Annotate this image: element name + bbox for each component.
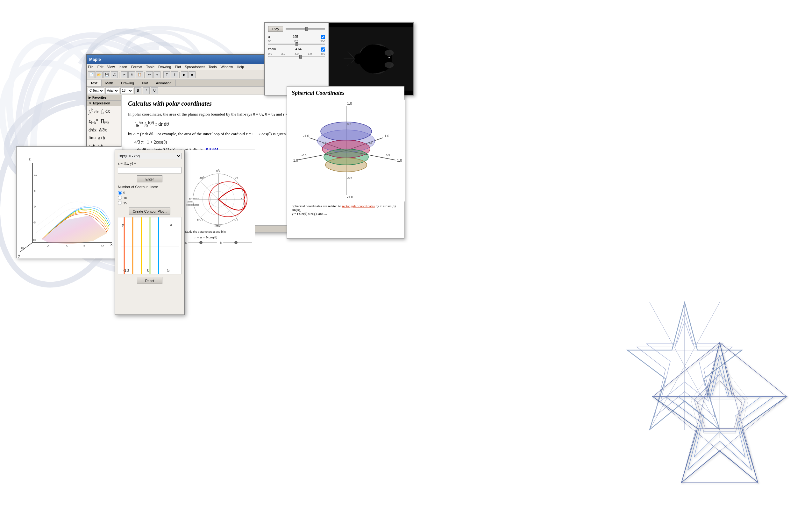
svg-text:Study the parameters a and b i: Study the parameters a and b in bbox=[185, 230, 226, 233]
svg-text:5: 5 bbox=[83, 245, 85, 248]
favorites-header[interactable]: ▶ Favorites bbox=[87, 95, 121, 100]
svg-text:r = a + b cos(θ): r = a + b cos(θ) bbox=[195, 235, 217, 239]
mandelbrot-controls: Play a 195 50 175 300 bbox=[265, 23, 329, 95]
svg-text:5π/4: 5π/4 bbox=[197, 218, 203, 221]
radio-5-label: 5 bbox=[123, 191, 125, 195]
main-slider-thumb[interactable] bbox=[306, 27, 308, 31]
limit-row: limf a+b bbox=[88, 135, 119, 141]
menu-insert[interactable]: Insert bbox=[118, 65, 127, 69]
menu-file[interactable]: File bbox=[88, 65, 94, 69]
size-select[interactable]: 18 bbox=[120, 88, 133, 94]
radio-15-label: 15 bbox=[123, 201, 127, 205]
svg-line-117 bbox=[720, 342, 786, 396]
stop-button[interactable]: ■ bbox=[189, 71, 196, 78]
svg-text:polar: polar bbox=[188, 200, 193, 203]
zoom-slider-thumb[interactable] bbox=[299, 55, 302, 58]
text-mode-button[interactable]: T bbox=[163, 71, 170, 78]
menu-drawing[interactable]: Drawing bbox=[158, 65, 171, 69]
bold-button[interactable]: B bbox=[134, 87, 141, 94]
menu-tools[interactable]: Tools bbox=[209, 65, 217, 69]
menu-table[interactable]: Table bbox=[146, 65, 155, 69]
mandelbrot-layout: Play a 195 50 175 300 bbox=[265, 23, 413, 95]
svg-text:1.0: 1.0 bbox=[384, 134, 389, 138]
svg-point-76 bbox=[354, 53, 365, 64]
integral-row: ∫ab dx ∫a dx bbox=[88, 108, 119, 115]
enter-button-container: Enter bbox=[118, 175, 181, 182]
ab-expr: a+b bbox=[98, 136, 105, 141]
menu-format[interactable]: Format bbox=[131, 65, 143, 69]
svg-text:0: 0 bbox=[34, 205, 36, 208]
reset-button[interactable]: Reset bbox=[137, 277, 162, 284]
menu-edit[interactable]: Edit bbox=[97, 65, 104, 69]
play-button[interactable]: Play bbox=[268, 26, 283, 32]
svg-text:-10: -10 bbox=[123, 268, 129, 273]
contour-svg: -10 0 5 y x bbox=[118, 217, 181, 274]
toolbar-separator-4 bbox=[179, 72, 179, 78]
svg-text:-10: -10 bbox=[20, 246, 24, 250]
contour-content: sqrt(100 - x^2) z = f(x, y) = Enter Numb… bbox=[115, 150, 184, 289]
menu-spreadsheet[interactable]: Spreadsheet bbox=[185, 65, 204, 69]
spherical-description: Spherical coordinates are related to rec… bbox=[287, 202, 404, 218]
mandelbrot-display bbox=[329, 23, 413, 95]
create-contour-button[interactable]: Create Contour Plot... bbox=[129, 208, 170, 215]
contour-window: sqrt(100 - x^2) z = f(x, y) = Enter Numb… bbox=[115, 150, 185, 315]
new-button[interactable]: 📄 bbox=[88, 71, 95, 78]
tab-text[interactable]: Text bbox=[87, 80, 102, 86]
open-button[interactable]: 📂 bbox=[95, 71, 103, 78]
svg-point-67 bbox=[199, 241, 203, 244]
menu-window[interactable]: Window bbox=[220, 65, 233, 69]
svg-line-118 bbox=[653, 342, 720, 396]
italic-button[interactable]: I bbox=[143, 87, 150, 94]
svg-text:x: x bbox=[170, 222, 172, 227]
svg-text:0.5: 0.5 bbox=[386, 154, 390, 157]
reset-button-container: Reset bbox=[118, 277, 181, 284]
spherical-svg: 1.0 -1.0 1.0 -1.0 1.0 -1.0 0.5 -0.5 bbox=[287, 100, 405, 202]
zoom-min: 0.0 bbox=[268, 52, 272, 55]
menu-plot[interactable]: Plot bbox=[175, 65, 181, 69]
zoom-checkbox[interactable] bbox=[321, 47, 325, 51]
menu-help[interactable]: Help bbox=[237, 65, 244, 69]
enter-button[interactable]: Enter bbox=[137, 175, 162, 182]
function-label: z = f(x, y) = bbox=[118, 161, 181, 166]
radio-15[interactable] bbox=[118, 201, 122, 205]
style-select[interactable]: C Text bbox=[88, 88, 104, 94]
geometric-star bbox=[640, 336, 799, 495]
tab-math[interactable]: Math bbox=[102, 80, 117, 86]
print-button[interactable]: 🖨 bbox=[111, 71, 118, 78]
paste-button[interactable]: 📋 bbox=[136, 71, 143, 78]
tab-animation[interactable]: Animation bbox=[152, 80, 176, 86]
tab-drawing[interactable]: Drawing bbox=[117, 80, 138, 86]
execute-button[interactable]: ▶ bbox=[181, 71, 188, 78]
svg-text:3π/4: 3π/4 bbox=[199, 176, 205, 179]
cut-button[interactable]: ✂ bbox=[121, 71, 128, 78]
contour-lines-label: Number of Contour Lines: bbox=[118, 185, 181, 189]
a-min: 50 bbox=[268, 40, 271, 43]
a-checkbox[interactable] bbox=[321, 35, 325, 39]
formula-dropdown[interactable]: sqrt(100 - x^2) bbox=[118, 153, 181, 159]
toolbar-separator-3 bbox=[162, 72, 162, 78]
math-mode-button[interactable]: f bbox=[171, 71, 178, 78]
save-button[interactable]: 💾 bbox=[103, 71, 110, 78]
menu-view[interactable]: View bbox=[107, 65, 115, 69]
zoom-value: 4.64 bbox=[295, 47, 301, 51]
radio-5[interactable] bbox=[118, 190, 122, 195]
svg-text:5: 5 bbox=[167, 268, 170, 273]
undo-button[interactable]: ↩ bbox=[146, 71, 153, 78]
svg-text:10: 10 bbox=[101, 245, 104, 248]
font-select[interactable]: Arial bbox=[106, 88, 119, 94]
svg-point-80 bbox=[385, 50, 394, 56]
svg-text:1.0: 1.0 bbox=[397, 159, 402, 162]
underline-button[interactable]: U bbox=[151, 87, 158, 94]
redo-button[interactable]: ↪ bbox=[154, 71, 161, 78]
a-slider-thumb[interactable] bbox=[295, 42, 298, 46]
copy-button[interactable]: ⎘ bbox=[128, 71, 135, 78]
svg-text:-0.5: -0.5 bbox=[322, 141, 327, 144]
sum-expr: Σi=kn bbox=[88, 118, 98, 125]
main-slider-track bbox=[286, 28, 325, 30]
tab-plot[interactable]: Plot bbox=[138, 80, 152, 86]
expression-label: Expression bbox=[93, 101, 110, 105]
expression-header[interactable]: ▼ Expression bbox=[87, 100, 121, 106]
rectangular-link[interactable]: rectangular coordinates bbox=[342, 204, 375, 208]
function-input[interactable] bbox=[118, 167, 181, 173]
radio-10[interactable] bbox=[118, 196, 122, 200]
